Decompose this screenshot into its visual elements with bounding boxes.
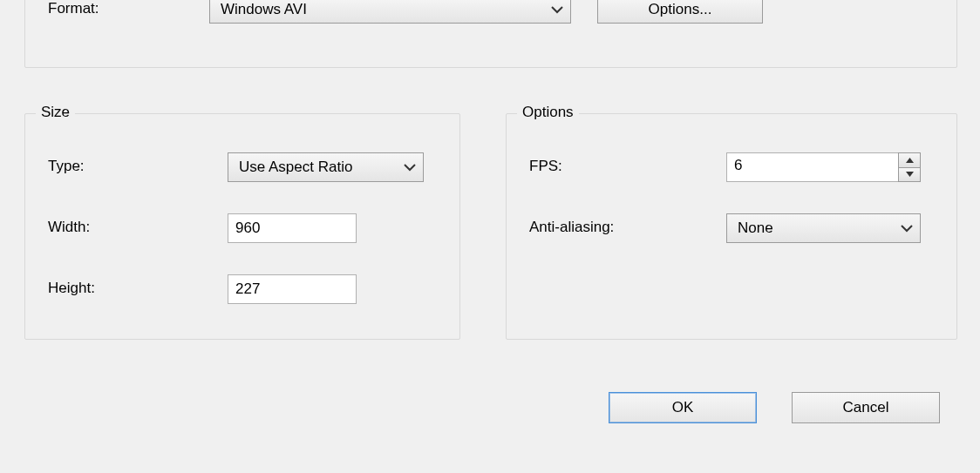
size-type-label: Type: — [48, 158, 85, 175]
fps-spinner[interactable]: 6 — [726, 152, 921, 182]
triangle-up-icon — [906, 158, 914, 163]
format-options-button[interactable]: Options... — [597, 0, 763, 24]
fps-label: FPS: — [529, 158, 562, 175]
anti-aliasing-select[interactable]: None — [726, 213, 921, 243]
export-dialog: Format: Windows AVI Options... Size Type… — [0, 0, 980, 473]
cancel-button-label: Cancel — [843, 399, 889, 416]
anti-aliasing-label: Anti-aliasing: — [529, 219, 614, 236]
cancel-button[interactable]: Cancel — [792, 392, 940, 423]
format-select-value: Windows AVI — [221, 1, 307, 18]
fps-spinner-value[interactable]: 6 — [726, 152, 898, 182]
triangle-down-icon — [906, 172, 914, 177]
size-width-input[interactable] — [228, 213, 357, 243]
size-type-select[interactable]: Use Aspect Ratio — [228, 152, 424, 182]
fps-increment-button[interactable] — [899, 153, 920, 168]
fps-decrement-button[interactable] — [899, 168, 920, 182]
size-width-label: Width: — [48, 219, 90, 236]
svg-marker-0 — [906, 158, 914, 163]
chevron-down-icon — [901, 225, 913, 233]
ok-button[interactable]: OK — [609, 392, 757, 423]
chevron-down-icon — [551, 6, 563, 14]
options-group: Options FPS: 6 Anti-aliasing: None — [506, 113, 957, 340]
fps-spinner-arrows — [898, 152, 921, 182]
size-height-input[interactable] — [228, 274, 357, 304]
svg-marker-1 — [906, 172, 914, 177]
anti-aliasing-select-value: None — [738, 220, 773, 237]
ok-button-label: OK — [672, 399, 694, 416]
size-height-label: Height: — [48, 280, 95, 297]
format-options-button-label: Options... — [649, 1, 712, 18]
size-group: Size Type: Use Aspect Ratio Width: Heigh… — [24, 113, 460, 340]
size-type-select-value: Use Aspect Ratio — [239, 159, 352, 176]
format-label: Format: — [48, 0, 99, 17]
format-select[interactable]: Windows AVI — [209, 0, 571, 24]
chevron-down-icon — [404, 164, 416, 172]
options-group-legend: Options — [517, 104, 579, 121]
size-group-legend: Size — [36, 104, 75, 121]
